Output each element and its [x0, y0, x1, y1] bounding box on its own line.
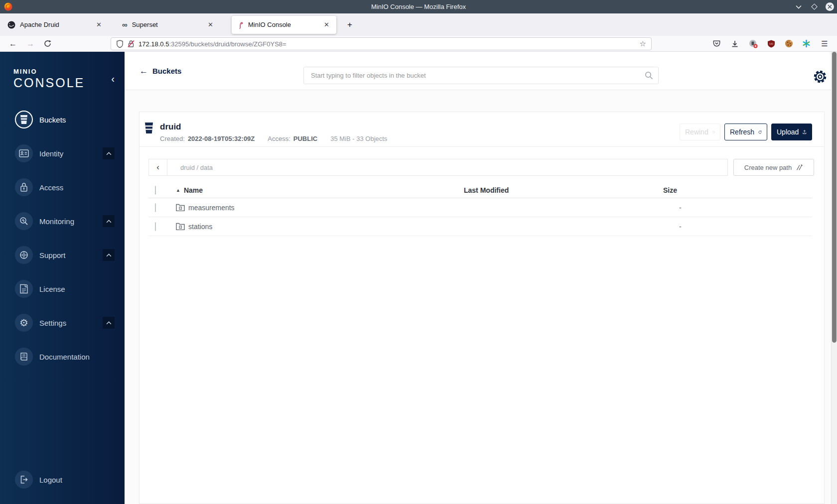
browser-reload-button[interactable]: [40, 36, 54, 51]
tab-superset[interactable]: ∞ Superset ✕: [117, 16, 220, 34]
downloads-icon[interactable]: [728, 36, 742, 51]
filter-objects-input[interactable]: [303, 67, 659, 84]
sidebar: MINIO CONSOLE ‹ Buckets Identity: [0, 52, 125, 504]
main-area: ← Buckets druid: [125, 52, 837, 504]
create-new-path-button[interactable]: Create new path: [733, 159, 814, 176]
extension-disabled-icon[interactable]: [746, 36, 760, 51]
sidebar-menu: Buckets Identity Access Monitoring: [0, 103, 125, 374]
tab-close-button[interactable]: ✕: [206, 20, 215, 29]
refresh-button[interactable]: Refresh: [724, 124, 767, 140]
url-path: :32595/buckets/druid/browse/ZGF0YS8=: [169, 40, 286, 48]
tab-close-button[interactable]: ✕: [322, 20, 331, 29]
bucket-card: druid Created: 2022-08-19T05:32:09Z Acce…: [139, 112, 825, 504]
chevron-up-icon[interactable]: [103, 317, 115, 329]
url-bar[interactable]: 172.18.0.5:32595/buckets/druid/browse/ZG…: [111, 37, 652, 50]
tab-apache-druid[interactable]: Apache Druid ✕: [2, 16, 109, 34]
insecure-lock-icon[interactable]: [128, 40, 135, 48]
minio-flamingo-favicon: [237, 21, 244, 29]
sidebar-item-support[interactable]: Support: [0, 238, 125, 272]
sidebar-item-label: Settings: [39, 319, 66, 327]
refresh-label: Refresh: [730, 128, 754, 136]
bucket-icon: [15, 111, 33, 128]
sidebar-item-monitoring[interactable]: Monitoring: [0, 204, 125, 238]
object-name: stations: [188, 223, 212, 231]
path-back-button[interactable]: ‹: [149, 159, 167, 175]
back-to-buckets-link[interactable]: ← Buckets: [140, 52, 181, 90]
rewind-button[interactable]: Rewind: [680, 124, 720, 140]
url-text: 172.18.0.5:32595/buckets/druid/browse/ZG…: [139, 40, 286, 48]
breadcrumb: druid / data: [180, 164, 213, 171]
sidebar-item-buckets[interactable]: Buckets: [0, 103, 125, 136]
logo-console: CONSOLE: [13, 76, 85, 90]
browser-toolbar: ← → 172.18.0.5:32595/buckets/druid/brows…: [0, 36, 837, 52]
path-navigation: ‹ druid / data Create new path: [148, 159, 814, 176]
sort-asc-icon: ▲: [176, 188, 180, 193]
sidebar-collapse-icon[interactable]: ‹: [111, 74, 115, 84]
sidebar-item-label: License: [39, 285, 65, 293]
browser-forward-button[interactable]: →: [23, 36, 37, 51]
tab-minio-console[interactable]: MinIO Console ✕: [232, 16, 336, 34]
column-header-last-modified: Last Modified: [464, 186, 663, 194]
logout-icon: [15, 471, 33, 489]
window-minimize-button[interactable]: [794, 2, 803, 11]
table-header-row: ▲ Name Last Modified Size: [148, 182, 812, 198]
logo-minio: MINIO: [13, 68, 85, 75]
chevron-up-icon[interactable]: [103, 147, 115, 159]
tab-label: Apache Druid: [20, 21, 59, 28]
gear-icon: ⚙: [15, 314, 33, 332]
create-new-path-label: Create new path: [744, 164, 792, 171]
sidebar-item-access[interactable]: Access: [0, 170, 125, 204]
table-row[interactable]: measurements -: [148, 198, 812, 217]
hamburger-menu-icon[interactable]: ☰: [818, 36, 832, 51]
access-lock-icon: [15, 178, 33, 196]
bookmark-star-icon[interactable]: ☆: [640, 39, 646, 48]
table-row[interactable]: stations -: [148, 217, 812, 236]
close-icon: [828, 4, 832, 9]
row-checkbox[interactable]: [155, 203, 156, 212]
upload-button[interactable]: Upload: [771, 124, 812, 140]
page-scrollbar[interactable]: [831, 52, 837, 504]
upload-label: Upload: [777, 128, 799, 136]
row-checkbox[interactable]: [155, 222, 156, 231]
ublock-shield-icon[interactable]: UO: [764, 36, 778, 51]
window-titlebar: MinIO Console — Mozilla Firefox: [0, 0, 837, 13]
access-value: PUBLIC: [293, 135, 317, 142]
gear-icon: [813, 70, 827, 84]
upload-icon: [803, 128, 807, 136]
sidebar-item-identity[interactable]: Identity: [0, 136, 125, 170]
object-name: measurements: [188, 204, 235, 212]
sidebar-item-settings[interactable]: ⚙ Settings: [0, 306, 125, 340]
path-box: ‹ druid / data: [148, 159, 728, 176]
sidebar-item-documentation[interactable]: Documentation: [0, 340, 125, 374]
window-maximize-button[interactable]: [810, 2, 819, 11]
chevron-up-icon[interactable]: [103, 249, 115, 261]
scrollbar-thumb[interactable]: [832, 52, 837, 343]
url-host: 172.18.0.5: [139, 40, 169, 48]
created-value: 2022-08-19T05:32:09Z: [188, 135, 255, 142]
new-tab-button[interactable]: +: [343, 19, 356, 31]
console-settings-gear-button[interactable]: [813, 70, 827, 86]
folder-icon: [176, 223, 185, 230]
rewind-label: Rewind: [685, 128, 708, 136]
select-all-checkbox[interactable]: [155, 186, 156, 195]
bucket-icon: [144, 122, 153, 134]
sidebar-item-label: Support: [39, 251, 66, 259]
documentation-book-icon: [15, 348, 33, 366]
browser-back-button[interactable]: ←: [6, 36, 20, 51]
sidebar-item-logout[interactable]: Logout: [0, 463, 125, 497]
window-close-button[interactable]: [825, 2, 834, 11]
maximize-diamond-icon: [811, 3, 818, 10]
bucket-actions: Rewind Refresh Upload: [680, 124, 812, 146]
bucket-browser-content: druid Created: 2022-08-19T05:32:09Z Acce…: [125, 90, 831, 504]
druid-favicon: [7, 21, 15, 29]
sidebar-item-label: Documentation: [39, 353, 90, 361]
tab-close-button[interactable]: ✕: [94, 20, 104, 29]
pocket-icon[interactable]: [709, 36, 723, 51]
chevron-up-icon[interactable]: [103, 215, 115, 227]
back-label: Buckets: [152, 67, 181, 75]
sidebar-item-license[interactable]: License: [0, 272, 125, 306]
reload-icon: [44, 40, 51, 47]
column-header-name[interactable]: ▲ Name: [172, 186, 464, 194]
cookie-icon[interactable]: [782, 36, 796, 51]
asterisk-extension-icon[interactable]: [799, 36, 813, 51]
